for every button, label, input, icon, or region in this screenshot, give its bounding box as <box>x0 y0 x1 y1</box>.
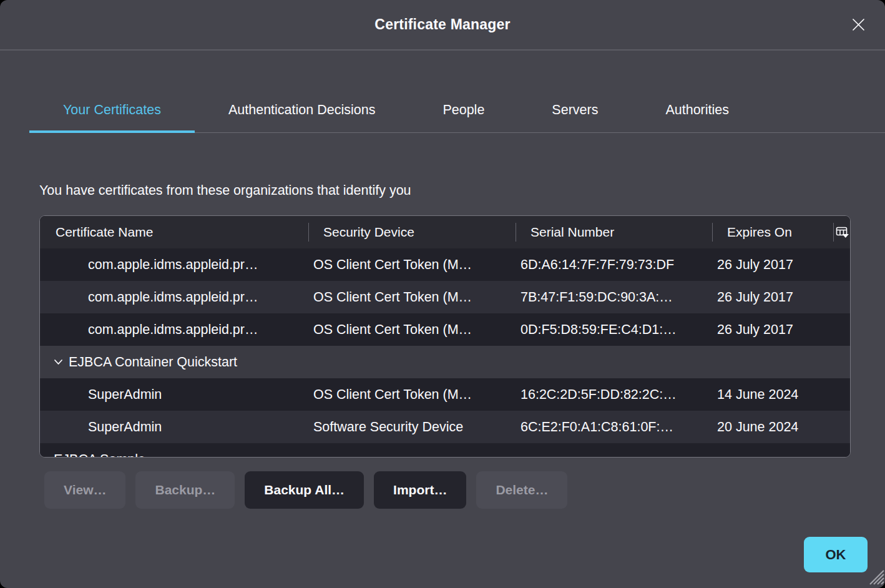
column-header-expires-on[interactable]: Expires On <box>712 216 833 248</box>
certificate-manager-dialog: Certificate Manager Your Certificates Au… <box>0 0 885 588</box>
cell-serial-number: 7B:47:F1:59:DC:90:3A:… <box>516 281 712 313</box>
cell-certificate-name: com.apple.idms.appleid.pr… <box>40 281 308 313</box>
view-button: View… <box>44 471 125 509</box>
cell-security-device: OS Client Cert Token (M… <box>308 281 516 313</box>
cell-expires-on: 20 June 2024 <box>712 411 833 443</box>
table-row[interactable]: com.apple.idms.appleid.pr…OS Client Cert… <box>40 248 850 281</box>
cell-spacer <box>833 313 850 346</box>
table-header-row: Certificate Name Security Device Serial … <box>40 216 850 248</box>
cell-security-device: OS Client Cert Token (M… <box>308 313 516 346</box>
backup-button: Backup… <box>135 471 235 509</box>
column-picker-icon <box>836 226 849 238</box>
column-header-label: Security Device <box>323 225 414 240</box>
tab-your-certificates[interactable]: Your Certificates <box>29 87 195 132</box>
cell-spacer <box>833 411 850 443</box>
table-row[interactable]: com.apple.idms.appleid.pr…OS Client Cert… <box>40 281 850 313</box>
column-picker-button[interactable] <box>833 216 850 248</box>
dialog-titlebar: Certificate Manager <box>0 0 885 51</box>
tab-people[interactable]: People <box>409 87 518 132</box>
cell-security-device: OS Client Cert Token (M… <box>308 378 516 411</box>
cell-certificate-name: SuperAdmin <box>40 411 308 443</box>
cell-expires-on: 14 June 2024 <box>712 378 833 411</box>
certificate-group-row[interactable]: EJBCA Sample <box>40 443 850 458</box>
cell-expires-on: 26 July 2017 <box>712 248 833 281</box>
cell-expires-on: 26 July 2017 <box>712 281 833 313</box>
column-divider <box>516 223 516 242</box>
table-row[interactable]: com.apple.idms.appleid.pr…OS Client Cert… <box>40 313 850 346</box>
cell-spacer <box>833 378 850 411</box>
table-row[interactable]: SuperAdminSoftware Security Device6C:E2:… <box>40 411 850 443</box>
column-header-security-device[interactable]: Security Device <box>308 216 516 248</box>
tab-authorities[interactable]: Authorities <box>632 87 763 132</box>
column-header-certificate-name[interactable]: Certificate Name <box>40 216 308 248</box>
tab-servers[interactable]: Servers <box>518 87 632 132</box>
certificate-group-row[interactable]: EJBCA Container Quickstart <box>40 346 850 378</box>
column-divider <box>833 223 834 242</box>
cell-serial-number: 6D:A6:14:7F:7F:79:73:DF <box>516 248 712 281</box>
tab-authentication-decisions[interactable]: Authentication Decisions <box>195 87 409 132</box>
backup-all-button[interactable]: Backup All… <box>245 471 364 509</box>
cell-certificate-name: com.apple.idms.appleid.pr… <box>40 313 308 346</box>
cell-serial-number: 0D:F5:D8:59:FE:C4:D1:… <box>516 313 712 346</box>
certificates-table: Certificate Name Security Device Serial … <box>39 215 851 458</box>
cell-serial-number: 6C:E2:F0:A1:C8:61:0F:… <box>516 411 712 443</box>
group-label: EJBCA Container Quickstart <box>69 355 237 370</box>
cell-expires-on: 26 July 2017 <box>712 313 833 346</box>
column-header-label: Serial Number <box>531 225 614 240</box>
cell-security-device: Software Security Device <box>308 411 516 443</box>
group-label: EJBCA Sample <box>54 452 145 458</box>
cell-spacer <box>833 248 850 281</box>
cell-security-device: OS Client Cert Token (M… <box>308 248 516 281</box>
table-row[interactable]: SuperAdminOS Client Cert Token (M…16:2C:… <box>40 378 850 411</box>
chevron-down-icon <box>54 359 63 365</box>
column-divider <box>308 223 309 242</box>
cell-serial-number: 16:2C:2D:5F:DD:82:2C:… <box>516 378 712 411</box>
column-header-label: Certificate Name <box>56 225 153 240</box>
import-button[interactable]: Import… <box>374 471 466 509</box>
column-divider <box>712 223 713 242</box>
ok-button[interactable]: OK <box>804 537 868 572</box>
cell-certificate-name: SuperAdmin <box>40 378 308 411</box>
cell-certificate-name: com.apple.idms.appleid.pr… <box>40 248 308 281</box>
dialog-title: Certificate Manager <box>374 16 510 33</box>
action-button-bar: View…Backup…Backup All…Import…Delete… <box>44 471 567 509</box>
certificates-description: You have certificates from these organiz… <box>39 183 411 198</box>
column-header-label: Expires On <box>727 225 792 240</box>
delete-button: Delete… <box>476 471 567 509</box>
resize-grip[interactable] <box>867 567 884 587</box>
column-header-serial-number[interactable]: Serial Number <box>516 216 712 248</box>
tab-bar: Your Certificates Authentication Decisio… <box>29 87 885 133</box>
close-icon[interactable] <box>848 14 869 36</box>
cell-spacer <box>833 281 850 313</box>
table-body: com.apple.idms.appleid.pr…OS Client Cert… <box>40 248 850 458</box>
